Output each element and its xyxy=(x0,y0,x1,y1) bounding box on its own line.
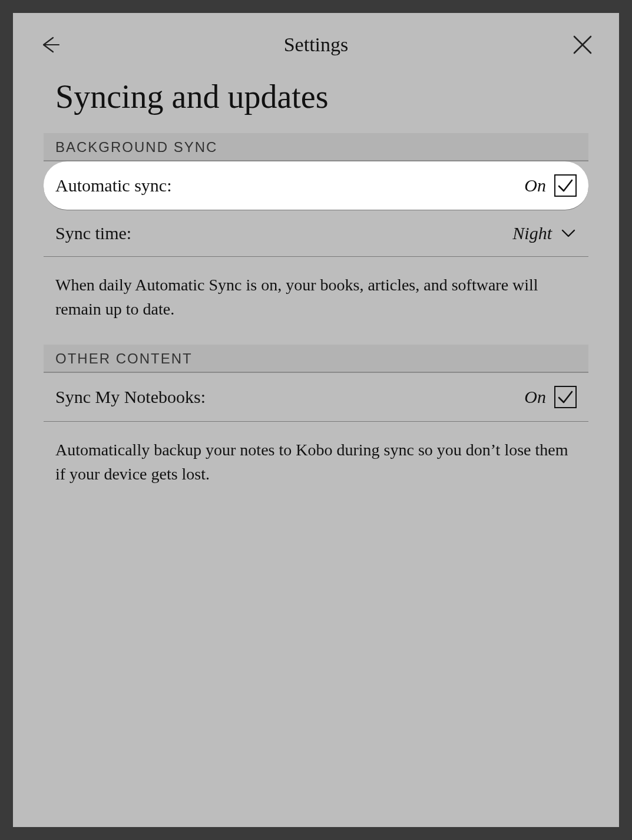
check-icon xyxy=(557,388,574,406)
sync-notebooks-checkbox[interactable] xyxy=(554,386,577,408)
section-header-other-content: OTHER CONTENT xyxy=(44,345,588,373)
page-title: Syncing and updates xyxy=(13,70,619,133)
automatic-sync-right: On xyxy=(524,174,577,197)
app-frame: Settings Syncing and updates BACKGROUND … xyxy=(0,0,632,840)
automatic-sync-label: Automatic sync: xyxy=(55,176,171,196)
check-icon xyxy=(557,177,574,194)
chevron-down-icon xyxy=(560,225,577,242)
sync-notebooks-label: Sync My Notebooks: xyxy=(55,387,206,407)
sync-time-value: Night xyxy=(512,223,552,243)
background-sync-description: When daily Automatic Sync is on, your bo… xyxy=(44,257,588,345)
close-icon xyxy=(572,34,593,55)
sync-time-right: Night xyxy=(512,223,577,243)
sync-time-row[interactable]: Sync time: Night xyxy=(44,210,588,257)
sync-notebooks-right: On xyxy=(524,386,577,408)
automatic-sync-checkbox[interactable] xyxy=(554,174,577,197)
sync-notebooks-row[interactable]: Sync My Notebooks: On xyxy=(44,373,588,422)
topbar: Settings xyxy=(13,13,619,70)
back-button[interactable] xyxy=(37,32,62,58)
app-panel: Settings Syncing and updates BACKGROUND … xyxy=(13,13,619,827)
arrow-left-icon xyxy=(38,33,61,57)
close-button[interactable] xyxy=(570,32,595,58)
section-header-background-sync: BACKGROUND SYNC xyxy=(44,133,588,161)
automatic-sync-row[interactable]: Automatic sync: On xyxy=(44,161,588,210)
sync-time-label: Sync time: xyxy=(55,223,131,243)
sync-notebooks-value: On xyxy=(524,387,546,407)
topbar-title: Settings xyxy=(284,34,349,56)
other-content-description: Automatically backup your notes to Kobo … xyxy=(44,422,588,510)
automatic-sync-value: On xyxy=(524,176,546,196)
